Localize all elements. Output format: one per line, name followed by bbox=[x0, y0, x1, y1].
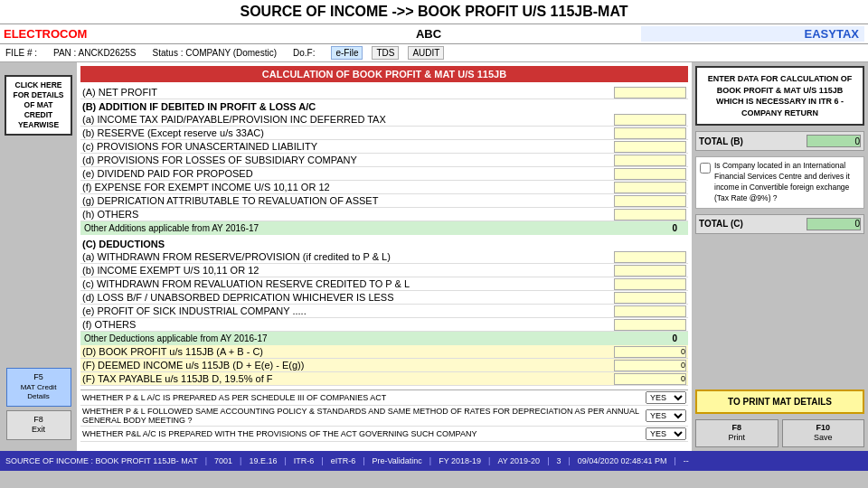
enter-data-box: ENTER DATA FOR CALCULATION OF BOOK PROFI… bbox=[695, 66, 864, 126]
bottom-itr: ITR-6 bbox=[294, 456, 315, 465]
total-c-input[interactable] bbox=[807, 218, 861, 230]
row-a-label: (A) NET PROFIT bbox=[82, 87, 614, 98]
row-cc-label: (c) WITHDRAWN FROM REVALUATION RESERVE C… bbox=[82, 278, 614, 289]
total-c-row: TOTAL (C) bbox=[695, 214, 864, 234]
row-d: (D) BOOK PROFIT u/s 115JB (A + B - C) bbox=[80, 345, 688, 359]
row-ce-input[interactable] bbox=[614, 305, 686, 317]
row-bd-input[interactable] bbox=[614, 155, 686, 166]
bottom-sep8: | bbox=[547, 456, 549, 465]
other-additions-row: Other Additions applicable from AY 2016-… bbox=[80, 221, 688, 235]
f8-print-key: F8 bbox=[698, 423, 776, 434]
click-here-label: CLICK HERE FOR DETAILS OF MAT CREDIT YEA… bbox=[13, 80, 63, 129]
f10-save-key: F10 bbox=[785, 423, 863, 434]
to-print-label: TO PRINT MAT DETAILS bbox=[728, 397, 832, 407]
row-c-header: (C) DEDUCTIONS bbox=[80, 237, 688, 250]
schedule-row-1: WHETHER P & L A/C IS PREPARED AS PER SCH… bbox=[80, 390, 688, 406]
bottom-fy: FY 2018-19 bbox=[439, 456, 481, 465]
bottom-sep4: | bbox=[321, 456, 323, 465]
top-bar: ELECTROCOM ABC EASYTAX bbox=[0, 24, 868, 44]
file-label: FILE # : bbox=[5, 48, 37, 58]
row-ba-input[interactable] bbox=[614, 114, 686, 126]
row-be-input[interactable] bbox=[614, 168, 686, 180]
row-cb: (b) INCOME EXEMPT U/S 10,11 OR 12 bbox=[80, 264, 688, 277]
schedule-2-label: WHETHER P & L FOLLOWED SAME ACCOUNTING P… bbox=[82, 407, 642, 425]
logo-electrocom: ELECTROCOM bbox=[4, 27, 216, 41]
bottom-dash: -- bbox=[684, 456, 689, 465]
row-bg-input[interactable] bbox=[614, 195, 686, 207]
dof-label: Do.F: bbox=[293, 48, 315, 58]
row-cc-input[interactable] bbox=[614, 278, 686, 290]
calc-header: CALCULATION OF BOOK PROFIT & MAT U/S 115… bbox=[80, 66, 688, 82]
ifsc-checkbox[interactable] bbox=[700, 163, 711, 174]
title-bar: SOURCE OF INCOME ->> BOOK PROFIT U/S 115… bbox=[0, 0, 868, 24]
row-bh-input[interactable] bbox=[614, 209, 686, 221]
schedule-row-3: WHETHER P&L A/C IS PREPARED WITH THE PRO… bbox=[80, 427, 688, 442]
f5-desc: MAT Credit Details bbox=[9, 383, 69, 402]
schedule-1-label: WHETHER P & L A/C IS PREPARED AS PER SCH… bbox=[82, 393, 642, 402]
row-bg-label: (g) DEPRICATION ATTRIBUTABLE TO REVALUAT… bbox=[82, 195, 614, 206]
row-cf: (f) OTHERS bbox=[80, 318, 688, 332]
bottom-section: 19.E.16 bbox=[249, 456, 277, 465]
f5-mat-credit-btn[interactable]: F5 MAT Credit Details bbox=[6, 368, 71, 406]
row-ce: (e) PROFIT OF SICK INDUSTRIAL COMPANY ..… bbox=[80, 305, 688, 318]
row-bf: (f) EXPENSE FOR EXEMPT INCOME U/S 10,11 … bbox=[80, 181, 688, 194]
row-cd-input[interactable] bbox=[614, 292, 686, 304]
bottom-code: 7001 bbox=[214, 456, 232, 465]
right-panel: ENTER DATA FOR CALCULATION OF BOOK PROFI… bbox=[692, 62, 868, 451]
logo-abc: ABC bbox=[216, 27, 641, 41]
row-ba: (a) INCOME TAX PAID/PAYABLE/PROVISION IN… bbox=[80, 113, 688, 127]
to-print-mat-box[interactable]: TO PRINT MAT DETAILS bbox=[695, 389, 864, 414]
row-cb-label: (b) INCOME EXEMPT U/S 10,11 OR 12 bbox=[82, 265, 614, 276]
page-title: SOURCE OF INCOME ->> BOOK PROFIT U/S 115… bbox=[240, 4, 627, 19]
total-b-row: TOTAL (B) bbox=[695, 131, 864, 151]
row-bb-input[interactable] bbox=[614, 127, 686, 139]
bottom-sep7: | bbox=[488, 456, 490, 465]
other-deductions-row: Other Deductions applicable from AY 2016… bbox=[80, 332, 688, 345]
row-be: (e) DIVIDEND PAID FOR PROPOSED bbox=[80, 167, 688, 181]
row-d-label: (D) BOOK PROFIT u/s 115JB (A + B - C) bbox=[82, 346, 614, 357]
row-d-input[interactable] bbox=[614, 346, 686, 358]
row-a-input[interactable] bbox=[614, 87, 686, 99]
bottom-sep3: | bbox=[284, 456, 286, 465]
bottom-sep5: | bbox=[363, 456, 364, 465]
row-cd: (d) LOSS B/F / UNABSORBED DEPRICATION WH… bbox=[80, 291, 688, 305]
row-f-label: (F) TAX PAYABLE u/s 115JB D, 19.5% of F bbox=[82, 373, 614, 384]
row-e-input[interactable] bbox=[614, 360, 686, 371]
efile-button[interactable]: e-File bbox=[331, 46, 363, 60]
checkbox-area: Is Company located in an International F… bbox=[695, 156, 864, 209]
bottom-sep1: | bbox=[205, 456, 207, 465]
f5-key: F5 bbox=[9, 372, 69, 383]
tds-button[interactable]: TDS bbox=[372, 46, 399, 60]
f8-desc: Exit bbox=[9, 425, 69, 436]
f8-exit-btn[interactable]: F8 Exit bbox=[6, 410, 71, 440]
row-bc-input[interactable] bbox=[614, 141, 686, 153]
row-cd-label: (d) LOSS B/F / UNABSORBED DEPRICATION WH… bbox=[82, 292, 614, 303]
other-deductions-label: Other Deductions applicable from AY 2016… bbox=[84, 333, 268, 343]
audit-button[interactable]: AUDIT bbox=[408, 46, 444, 60]
total-c-label: TOTAL (C) bbox=[699, 219, 743, 229]
total-b-input[interactable] bbox=[807, 135, 861, 147]
row-bd: (d) PROVISIONS FOR LOSSES OF SUBSIDIARY … bbox=[80, 154, 688, 167]
status-label: Status : COMPANY (Domestic) bbox=[153, 48, 277, 58]
f10-save-btn[interactable]: F10 Save bbox=[782, 419, 865, 447]
row-cb-input[interactable] bbox=[614, 265, 686, 277]
other-deductions-value: 0 bbox=[672, 333, 677, 343]
row-cf-input[interactable] bbox=[614, 319, 686, 331]
click-here-mat-box[interactable]: CLICK HERE FOR DETAILS OF MAT CREDIT YEA… bbox=[5, 75, 72, 136]
row-bf-input[interactable] bbox=[614, 182, 686, 193]
row-bc: (c) PROVISIONS FOR UNASCERTAINED LIABILI… bbox=[80, 140, 688, 154]
f8-print-btn[interactable]: F8 Print bbox=[695, 419, 778, 447]
schedule-3-select[interactable]: YESNO bbox=[646, 427, 686, 440]
info-bar: FILE # : PAN : ANCKD2625S Status : COMPA… bbox=[0, 44, 868, 62]
schedule-1-select[interactable]: YESNO bbox=[646, 391, 686, 404]
schedule-2-select[interactable]: YESNO bbox=[646, 409, 686, 422]
row-ca-input[interactable] bbox=[614, 251, 686, 263]
bottom-sep6: | bbox=[429, 456, 431, 465]
bottom-sep9: | bbox=[569, 456, 571, 465]
bottom-date: 09/04/2020 02:48:41 PM bbox=[578, 456, 667, 465]
row-b-header: (B) ADDITION IF DEBITED IN PROFIT & LOSS… bbox=[80, 99, 688, 113]
f8-print-label: Print bbox=[698, 433, 776, 444]
row-bb: (b) RESERVE (Except reserve u/s 33AC) bbox=[80, 127, 688, 140]
row-cc: (c) WITHDRAWN FROM REVALUATION RESERVE C… bbox=[80, 277, 688, 291]
row-f-input[interactable] bbox=[614, 373, 686, 385]
